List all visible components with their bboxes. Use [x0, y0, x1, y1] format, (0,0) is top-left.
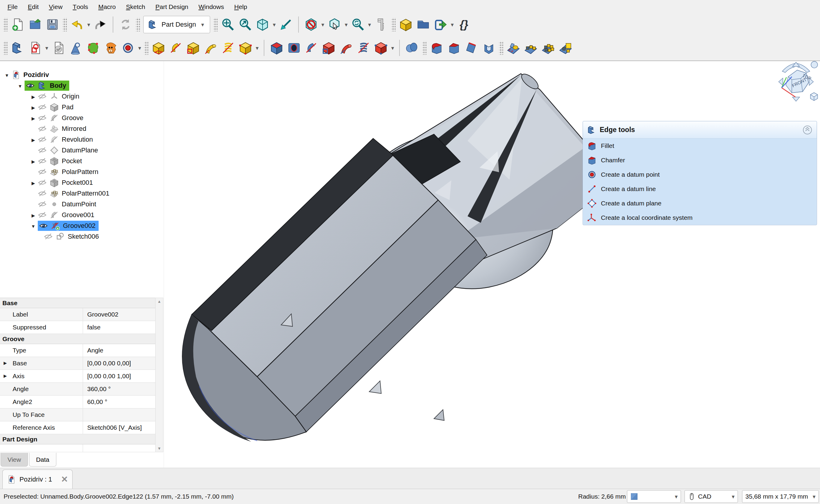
color-dropdown[interactable]: ▾ — [627, 490, 681, 503]
expression-button[interactable]: {} — [455, 16, 473, 33]
menu-edit[interactable]: Edit — [23, 0, 44, 14]
expand-arrow-icon[interactable] — [29, 179, 38, 187]
make-link-button[interactable] — [432, 16, 449, 33]
tree-row-sketch006[interactable]: Sketch006 — [0, 231, 99, 242]
axonometric-view-button[interactable] — [254, 16, 271, 33]
datum-tools-button[interactable] — [119, 39, 137, 57]
toolbar-grip[interactable] — [422, 41, 426, 55]
visibility-off-icon[interactable] — [38, 211, 48, 220]
create-sketch-button[interactable] — [26, 39, 44, 57]
linear-pattern-button[interactable] — [522, 39, 539, 57]
toolbar-grip[interactable] — [214, 18, 218, 31]
property-group-base[interactable]: Base — [0, 298, 155, 308]
refresh-button[interactable] — [117, 16, 134, 33]
tree-row-mirrored[interactable]: Mirrored — [0, 123, 86, 134]
tree-row-pocket001[interactable]: Pocket001 — [0, 177, 93, 188]
tree-row-groove001[interactable]: Groove001 — [0, 210, 94, 220]
chevron-down-icon[interactable]: ▾ — [86, 21, 92, 28]
property-value[interactable]: false — [83, 321, 155, 334]
close-icon[interactable]: ✕ — [61, 475, 68, 484]
property-group-part-design[interactable]: Part Design — [0, 434, 155, 444]
expand-arrow-icon[interactable] — [29, 157, 38, 165]
edge-tool-fillet[interactable]: Fillet — [583, 139, 817, 153]
visibility-off-icon[interactable] — [38, 167, 48, 176]
create-group-button[interactable] — [414, 16, 432, 33]
expand-arrow-icon[interactable] — [29, 93, 38, 100]
chevron-down-icon[interactable]: ▾ — [137, 45, 143, 52]
subtractive-primitive-button[interactable] — [372, 39, 390, 57]
additive-loft-button[interactable] — [184, 39, 202, 57]
thickness-button[interactable] — [480, 39, 497, 57]
menu-tools[interactable]: Tools — [68, 0, 93, 14]
tree-label[interactable]: Revolution — [62, 136, 93, 143]
revolution-button[interactable] — [167, 39, 184, 57]
property-value[interactable]: Groove002 — [83, 308, 155, 321]
create-part-button[interactable] — [397, 16, 414, 33]
document-tab[interactable]: Pozidriv : 1 ✕ — [2, 470, 72, 489]
new-document-button[interactable] — [9, 16, 26, 33]
chevron-down-icon[interactable]: ▾ — [44, 45, 50, 52]
toolbar-grip[interactable] — [3, 41, 7, 55]
edge-tool-datum-plane[interactable]: Create a datum plane — [583, 196, 817, 211]
visibility-off-icon[interactable] — [38, 189, 48, 198]
expand-arrow-icon[interactable]: ▶ — [4, 373, 7, 378]
menu-windows[interactable]: Windows — [193, 0, 229, 14]
property-value[interactable] — [83, 408, 155, 421]
tree-label[interactable]: Pozidriv — [23, 71, 49, 79]
selection-view-button[interactable] — [326, 16, 343, 33]
tree-label[interactable]: Pad — [62, 103, 73, 111]
tree-label[interactable]: Origin — [62, 93, 79, 100]
chevron-down-icon[interactable]: ▾ — [449, 21, 455, 28]
tree-row-datumpoint[interactable]: DatumPoint — [0, 199, 96, 210]
draw-style-button[interactable] — [302, 16, 320, 33]
tree-row-revolution[interactable]: Revolution — [0, 134, 93, 145]
fit-all-button[interactable] — [219, 16, 237, 33]
toolbar-grip[interactable] — [144, 41, 148, 55]
subtractive-loft-button[interactable] — [320, 39, 338, 57]
chevron-down-icon[interactable]: ▾ — [343, 21, 349, 28]
expand-arrow-icon[interactable]: ▶ — [4, 361, 7, 365]
menu-macro[interactable]: Macro — [93, 0, 121, 14]
visibility-off-icon[interactable] — [38, 200, 48, 209]
subtractive-pipe-button[interactable] — [338, 39, 355, 57]
tree-row-pad[interactable]: Pad — [0, 102, 73, 113]
menu-file[interactable]: File — [2, 0, 23, 14]
visibility-off-icon[interactable] — [38, 92, 48, 101]
property-value[interactable]: [0,00 0,00 1,00] — [83, 370, 155, 382]
visibility-off-icon[interactable] — [38, 146, 48, 155]
tree-label[interactable]: DatumPoint — [62, 200, 96, 208]
undo-button[interactable] — [68, 16, 86, 33]
scroll-up-icon[interactable]: ▲ — [157, 299, 161, 304]
menu-view[interactable]: View — [44, 0, 68, 14]
tree-label[interactable]: Mirrored — [62, 125, 86, 133]
measure-button[interactable] — [373, 16, 390, 33]
menu-help[interactable]: Help — [229, 0, 252, 14]
expand-arrow-icon[interactable] — [16, 82, 25, 90]
subtractive-helix-button[interactable] — [355, 39, 372, 57]
navigation-cube[interactable]: TOP FRONT — [773, 59, 819, 104]
visibility-off-icon[interactable] — [38, 124, 48, 133]
edge-tool-local-cs[interactable]: Create a local coordinate system — [583, 211, 817, 225]
collapse-panel-icon[interactable] — [802, 125, 813, 135]
edge-tool-datum-point[interactable]: Create a datum point — [583, 167, 817, 182]
tree-row-origin[interactable]: Origin — [0, 91, 79, 102]
property-group-groove[interactable]: Groove — [0, 334, 155, 344]
menu-part-design[interactable]: Part Design — [150, 0, 193, 14]
tab-view[interactable]: View — [1, 453, 28, 467]
boolean-operation-button[interactable] — [403, 39, 421, 57]
tree-row-document[interactable]: Pozidriv — [0, 69, 49, 80]
chevron-down-icon[interactable]: ▾ — [320, 21, 326, 28]
toolbar-grip[interactable] — [3, 18, 7, 31]
visibility-on-icon[interactable] — [26, 81, 36, 90]
tree-label[interactable]: Groove — [62, 114, 83, 122]
tree-row-groove[interactable]: Groove — [0, 113, 83, 123]
additive-helix-button[interactable] — [220, 39, 237, 57]
expand-arrow-icon[interactable] — [29, 136, 38, 143]
toolbar-grip[interactable] — [391, 18, 396, 31]
expand-arrow-icon[interactable] — [29, 103, 38, 111]
tree-row-body[interactable]: Body — [0, 80, 69, 91]
visibility-off-icon[interactable] — [44, 232, 54, 241]
open-document-button[interactable] — [26, 16, 44, 33]
polar-pattern-button[interactable] — [539, 39, 557, 57]
property-scrollbar[interactable]: ▲▼ — [155, 298, 163, 452]
